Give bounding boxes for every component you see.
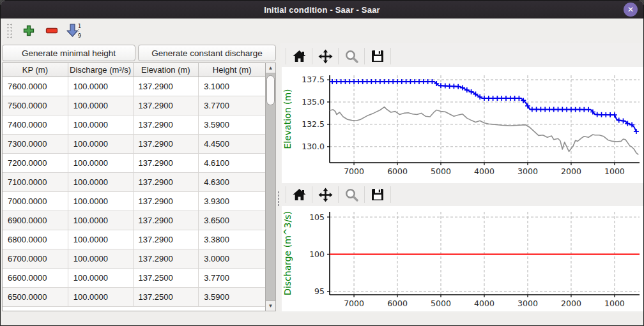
cell-elevation[interactable]: 137.2900 (134, 154, 199, 173)
scrollbar-thumb[interactable] (266, 75, 275, 105)
cell-height[interactable]: 3.5900 (199, 288, 265, 307)
cell-kp[interactable]: 6900.0000 (3, 211, 68, 230)
svg-text:4000: 4000 (474, 167, 494, 176)
cell-height[interactable]: 3.1000 (199, 77, 265, 96)
cell-discharge[interactable]: 100.0000 (68, 154, 134, 173)
table-row[interactable]: 6500.0000 100.0000 137.2500 3.5900 (3, 288, 265, 307)
sort-ascending-icon: 1 9 (66, 23, 83, 38)
cell-kp[interactable]: 7000.0000 (3, 192, 68, 211)
cell-discharge[interactable]: 100.0000 (68, 173, 134, 192)
cell-elevation[interactable]: 137.2500 (134, 269, 199, 288)
cell-kp[interactable]: 7100.0000 (3, 173, 68, 192)
cell-height[interactable]: 4.4500 (199, 135, 265, 154)
column-header-height[interactable]: Height (m) (199, 63, 265, 77)
table-row[interactable]: 6700.0000 100.0000 137.2900 3.0000 (3, 249, 265, 269)
cell-elevation[interactable]: 137.2900 (134, 192, 199, 211)
table-row[interactable]: 6800.0000 100.0000 137.2900 3.3800 (3, 230, 265, 249)
table-row[interactable]: 7600.0000 100.0000 137.2900 3.1000 (3, 77, 265, 96)
table-row[interactable]: 7000.0000 100.0000 137.2900 3.9300 (3, 192, 265, 211)
cell-height[interactable]: 3.3800 (199, 230, 265, 249)
cell-height[interactable]: 3.5900 (199, 115, 265, 135)
cell-elevation[interactable]: 137.2900 (134, 115, 199, 135)
table-row[interactable]: 7100.0000 100.0000 137.2900 4.6300 (3, 173, 265, 192)
column-header-discharge[interactable]: Discharge (m³/s) (68, 63, 134, 77)
svg-text:7000: 7000 (344, 299, 364, 308)
scroll-up-button[interactable]: ▲ (266, 63, 275, 73)
close-button[interactable]: ✕ (624, 3, 638, 17)
cell-height[interactable]: 4.6100 (199, 154, 265, 173)
window-title: Initial condition - Saar - Saar (264, 5, 380, 15)
cell-elevation[interactable]: 137.2900 (134, 249, 199, 269)
cell-elevation[interactable]: 137.2900 (134, 211, 199, 230)
cell-discharge[interactable]: 100.0000 (68, 249, 134, 269)
table-row[interactable]: 6900.0000 100.0000 137.2900 3.6500 (3, 211, 265, 230)
svg-text:2000: 2000 (561, 299, 581, 308)
elevation-plot-canvas[interactable]: 7000600050004000300020001000130.0132.513… (282, 67, 643, 183)
plot2-save-button[interactable] (367, 185, 388, 204)
plot2-home-button[interactable] (289, 185, 309, 204)
table-row[interactable]: 7400.0000 100.0000 137.2900 3.5900 (3, 115, 265, 135)
plots-panel: 7000600050004000300020001000130.0132.513… (280, 43, 643, 313)
cell-kp[interactable]: 7600.0000 (3, 77, 68, 96)
cell-height[interactable]: 3.0000 (199, 249, 265, 269)
table-scrollbar[interactable]: ▲ ▼ (265, 63, 276, 311)
cell-discharge[interactable]: 100.0000 (68, 96, 134, 115)
cell-discharge[interactable]: 100.0000 (68, 269, 134, 288)
add-row-button[interactable] (17, 21, 40, 40)
cell-elevation[interactable]: 137.2900 (134, 173, 199, 192)
cell-kp[interactable]: 6600.0000 (3, 269, 68, 288)
cell-elevation[interactable]: 137.2900 (134, 96, 199, 115)
plot1-home-button[interactable] (289, 47, 309, 66)
cell-kp[interactable]: 6500.0000 (3, 288, 68, 307)
cell-height[interactable]: 3.7700 (199, 96, 265, 115)
cell-elevation[interactable]: 137.2900 (134, 230, 199, 249)
plot2-zoom-button[interactable] (341, 185, 362, 204)
column-header-elevation[interactable]: Elevation (m) (134, 63, 199, 77)
cell-height[interactable]: 3.7700 (199, 269, 265, 288)
plot1-pan-button[interactable] (315, 47, 335, 66)
generate-constant-discharge-button[interactable]: Generate constant discharge (138, 45, 276, 61)
svg-text:2000: 2000 (561, 167, 581, 176)
cell-discharge[interactable]: 100.0000 (68, 288, 134, 307)
cell-discharge[interactable]: 100.0000 (68, 192, 134, 211)
cell-kp[interactable]: 7400.0000 (3, 115, 68, 135)
cell-kp[interactable]: 6700.0000 (3, 249, 68, 269)
cell-height[interactable]: 3.9300 (199, 192, 265, 211)
toolbar-grip-handle[interactable] (6, 22, 12, 39)
cell-discharge[interactable]: 100.0000 (68, 230, 134, 249)
table-row[interactable]: 7200.0000 100.0000 137.2900 4.6100 (3, 154, 265, 173)
plot1-save-button[interactable] (367, 47, 388, 66)
sort-button[interactable]: 1 9 (63, 21, 86, 40)
svg-text:1000: 1000 (604, 299, 625, 308)
generate-minimal-height-button[interactable]: Generate minimal height (2, 45, 135, 61)
cell-elevation[interactable]: 137.2500 (134, 288, 199, 307)
titlebar[interactable]: Initial condition - Saar - Saar ✕ (1, 1, 643, 19)
cell-height[interactable]: 4.6300 (199, 173, 265, 192)
cell-elevation[interactable]: 137.2900 (134, 135, 199, 154)
cell-discharge[interactable]: 100.0000 (68, 77, 134, 96)
discharge-plot-canvas[interactable]: 700060005000400030002000100095100105Disc… (282, 206, 643, 311)
cell-discharge[interactable]: 100.0000 (68, 115, 134, 135)
table-row[interactable]: 7300.0000 100.0000 137.2900 4.4500 (3, 135, 265, 154)
table-row[interactable]: 6600.0000 100.0000 137.2500 3.7700 (3, 269, 265, 288)
cell-kp[interactable]: 7300.0000 (3, 135, 68, 154)
cell-discharge[interactable]: 100.0000 (68, 135, 134, 154)
plot1-zoom-button[interactable] (341, 47, 362, 66)
cell-elevation[interactable]: 137.2900 (134, 77, 199, 96)
cell-kp[interactable]: 6800.0000 (3, 230, 68, 249)
remove-row-button[interactable] (40, 21, 63, 40)
column-header-kp[interactable]: KP (m) (3, 63, 68, 77)
discharge-chart: 700060005000400030002000100095100105Disc… (282, 206, 643, 311)
elevation-plot-toolbar (280, 45, 643, 67)
plus-icon (23, 25, 34, 36)
cell-kp[interactable]: 7200.0000 (3, 154, 68, 173)
table-row[interactable]: 7500.0000 100.0000 137.2900 3.7700 (3, 96, 265, 115)
save-floppy-icon (371, 49, 385, 63)
svg-text:9: 9 (78, 33, 81, 38)
cell-discharge[interactable]: 100.0000 (68, 211, 134, 230)
cell-height[interactable]: 3.6500 (199, 211, 265, 230)
plot2-pan-button[interactable] (315, 185, 335, 204)
cell-kp[interactable]: 7500.0000 (3, 96, 68, 115)
svg-text:4000: 4000 (474, 299, 494, 308)
scroll-down-button[interactable]: ▼ (266, 300, 275, 311)
